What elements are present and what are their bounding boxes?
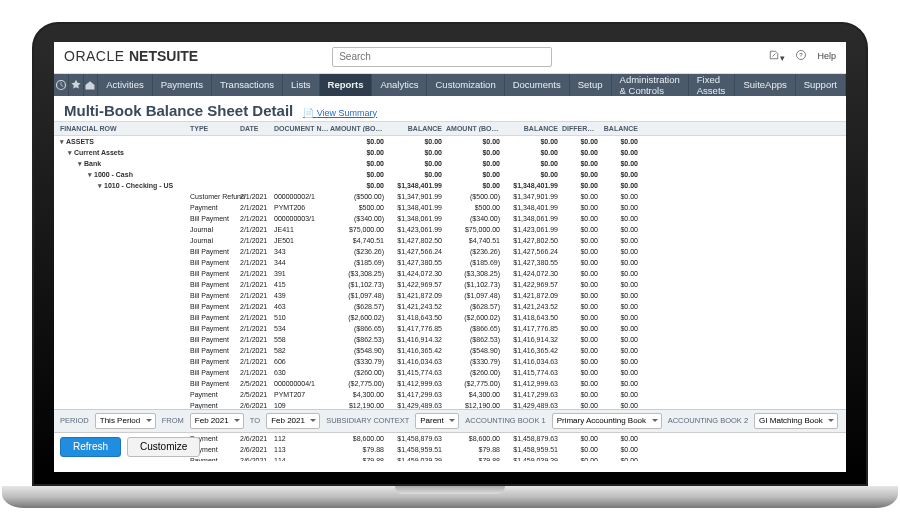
nav-item-analytics[interactable]: Analytics [372, 74, 427, 96]
period-select[interactable]: This Period [95, 413, 156, 429]
group-row[interactable]: ▾ Bank$0.00$0.00$0.00$0.00$0.00$0.00 [60, 158, 840, 169]
table-row[interactable]: Customer Refund2/1/2021000000002/1($500.… [60, 191, 840, 202]
nav-item-suiteapps[interactable]: SuiteApps [735, 74, 795, 96]
col-type[interactable]: TYPE [190, 125, 240, 132]
cell-date [240, 158, 274, 169]
customize-button[interactable]: Customize [127, 437, 200, 457]
cell-empty [60, 323, 190, 334]
subsidiary-select[interactable]: Parent [415, 413, 459, 429]
global-search-input[interactable] [332, 47, 552, 67]
group-row[interactable]: ▾ 1010 - Checking - US$0.00$1,348,401.99… [60, 180, 840, 191]
cell-balance1: $1,427,566.24 [388, 246, 446, 257]
page-title: Multi-Book Balance Sheet Detail [64, 102, 293, 119]
cell-date: 2/1/2021 [240, 213, 274, 224]
from-select[interactable]: Feb 2021 [190, 413, 244, 429]
role-switcher-icon[interactable]: ▾ [768, 49, 785, 63]
table-row[interactable]: Bill Payment2/1/2021343($236.26)$1,427,5… [60, 246, 840, 257]
table-row[interactable]: Payment2/1/2021PYMT206$500.00$1,348,401.… [60, 202, 840, 213]
cell-amount1: $4,740.51 [330, 235, 388, 246]
cell-doc: 558 [274, 334, 330, 345]
cell-doc: 606 [274, 356, 330, 367]
group-row[interactable]: ▾ 1000 - Cash$0.00$0.00$0.00$0.00$0.00$0… [60, 169, 840, 180]
table-row[interactable]: Bill Payment2/1/2021558($862.53)$1,416,9… [60, 334, 840, 345]
table-row[interactable]: Bill Payment2/1/2021415($1,102.73)$1,422… [60, 279, 840, 290]
nav-item-administration-controls[interactable]: Administration & Controls [612, 74, 689, 96]
cell-doc [274, 147, 330, 158]
col-doc[interactable]: DOCUMENT NUMBER [274, 125, 330, 132]
table-row[interactable]: Journal2/1/2021JE501$4,740.51$1,427,802.… [60, 235, 840, 246]
tree-label[interactable]: ▾ 1010 - Checking - US [60, 180, 190, 191]
book1-select[interactable]: Primary Accounting Book [552, 413, 662, 429]
help-label[interactable]: Help [817, 51, 836, 61]
nav-item-documents[interactable]: Documents [505, 74, 570, 96]
nav-star-icon[interactable] [69, 74, 84, 96]
nav-item-support[interactable]: Support [796, 74, 846, 96]
collapse-icon[interactable]: ▾ [60, 136, 64, 147]
cell-amt-4: $0.00 [562, 180, 602, 191]
cell-amt-4: $0.00 [562, 169, 602, 180]
table-row[interactable]: Bill Payment2/1/2021391($3,308.25)$1,424… [60, 268, 840, 279]
cell-amount2: $500.00 [446, 202, 504, 213]
main-nav: ActivitiesPaymentsTransactionsListsRepor… [54, 74, 846, 96]
collapse-icon[interactable]: ▾ [98, 180, 102, 191]
cell-amount2: ($260.00) [446, 367, 504, 378]
collapse-icon[interactable]: ▾ [68, 147, 72, 158]
cell-amount1: $4,300.00 [330, 389, 388, 400]
col-financial-row[interactable]: FINANCIAL ROW [60, 125, 190, 132]
table-row[interactable]: Bill Payment2/1/2021606($330.79)$1,416,0… [60, 356, 840, 367]
table-row[interactable]: Bill Payment2/1/2021000000003/1($340.00)… [60, 213, 840, 224]
tree-label[interactable]: ▾ Bank [60, 158, 190, 169]
tree-label[interactable]: ▾ 1000 - Cash [60, 169, 190, 180]
view-summary-link[interactable]: View Summary [303, 108, 377, 118]
cell-balance2: $1,347,901.99 [504, 191, 562, 202]
nav-item-transactions[interactable]: Transactions [212, 74, 283, 96]
cell-diff-bal: $0.00 [602, 257, 642, 268]
col-balance2[interactable]: BALANCE [504, 125, 562, 132]
col-balance1[interactable]: BALANCE [388, 125, 446, 132]
nav-history-icon[interactable] [54, 74, 69, 96]
collapse-icon[interactable]: ▾ [78, 158, 82, 169]
nav-item-lists[interactable]: Lists [283, 74, 320, 96]
group-row[interactable]: ▾ ASSETS$0.00$0.00$0.00$0.00$0.00$0.00 [60, 136, 840, 147]
table-row[interactable]: Journal2/1/2021JE411$75,000.00$1,423,061… [60, 224, 840, 235]
nav-home-icon[interactable] [84, 74, 99, 96]
tree-label[interactable]: ▾ ASSETS [60, 136, 190, 147]
col-amount2[interactable]: AMOUNT (BOOK 2) [446, 125, 504, 132]
cell-type [190, 136, 240, 147]
nav-item-reports[interactable]: Reports [320, 74, 373, 96]
cell-balance1: $1,416,365.42 [388, 345, 446, 356]
nav-item-payments[interactable]: Payments [153, 74, 212, 96]
cell-diff: $0.00 [562, 367, 602, 378]
book2-select[interactable]: GI Matching Book [754, 413, 838, 429]
nav-item-activities[interactable]: Activities [98, 74, 152, 96]
col-amount1[interactable]: AMOUNT (BOOK 1) [330, 125, 388, 132]
cell-amount1: ($185.69) [330, 257, 388, 268]
cell-diff: $0.00 [562, 202, 602, 213]
table-row[interactable]: Bill Payment2/1/2021510($2,600.02)$1,418… [60, 312, 840, 323]
table-row[interactable]: Bill Payment2/1/2021630($260.00)$1,415,7… [60, 367, 840, 378]
cell-amount1: ($548.90) [330, 345, 388, 356]
help-icon[interactable]: ? [795, 49, 807, 63]
refresh-button[interactable]: Refresh [60, 437, 121, 457]
tree-label[interactable]: ▾ Current Assets [60, 147, 190, 158]
table-row[interactable]: Bill Payment2/1/2021463($628.57)$1,421,2… [60, 301, 840, 312]
table-row[interactable]: Bill Payment2/1/2021439($1,097.48)$1,421… [60, 290, 840, 301]
nav-item-customization[interactable]: Customization [427, 74, 504, 96]
col-diff[interactable]: DIFFERENCE [562, 125, 602, 132]
col-diff-bal[interactable]: BALANCE [602, 125, 642, 132]
table-row[interactable]: Bill Payment2/5/2021000000004/1($2,775.0… [60, 378, 840, 389]
table-row[interactable]: Bill Payment2/1/2021344($185.69)$1,427,3… [60, 257, 840, 268]
cell-type: Bill Payment [190, 334, 240, 345]
group-row[interactable]: ▾ Current Assets$0.00$0.00$0.00$0.00$0.0… [60, 147, 840, 158]
table-row[interactable]: Bill Payment2/1/2021534($866.65)$1,417,7… [60, 323, 840, 334]
nav-item-fixed-assets[interactable]: Fixed Assets [689, 74, 736, 96]
to-select[interactable]: Feb 2021 [266, 413, 320, 429]
cell-balance1: $1,417,776.85 [388, 323, 446, 334]
table-row[interactable]: Bill Payment2/1/2021582($548.90)$1,416,3… [60, 345, 840, 356]
table-row[interactable]: Payment2/5/2021PYMT207$4,300.00$1,417,29… [60, 389, 840, 400]
cell-diff-bal: $0.00 [602, 268, 642, 279]
nav-item-setup[interactable]: Setup [570, 74, 612, 96]
cell-empty [60, 268, 190, 279]
collapse-icon[interactable]: ▾ [88, 169, 92, 180]
col-date[interactable]: DATE [240, 125, 274, 132]
